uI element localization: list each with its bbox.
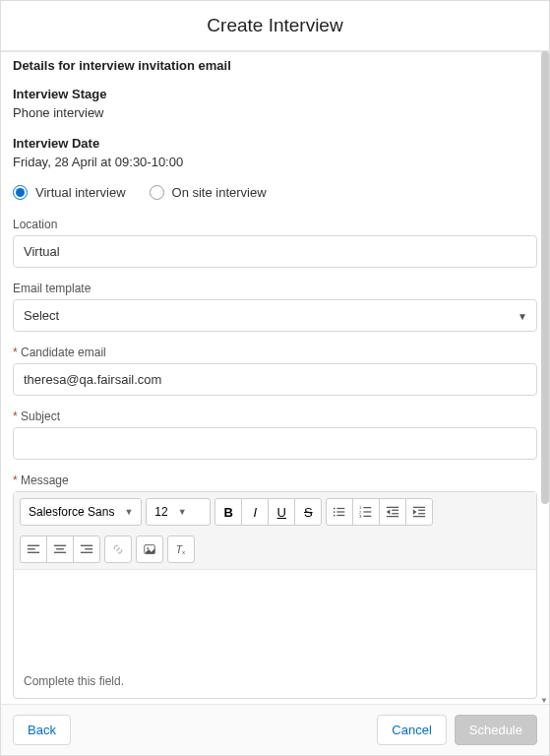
section-title: Details for interview invitation email [13, 58, 537, 73]
svg-rect-23 [28, 548, 35, 549]
svg-text:x: x [182, 548, 185, 555]
interview-type-group: Virtual interview On site interview [13, 185, 537, 200]
svg-rect-19 [418, 510, 425, 511]
radio-onsite[interactable]: On site interview [150, 185, 267, 200]
number-list-button[interactable]: 123 [352, 498, 380, 526]
svg-rect-27 [54, 552, 66, 553]
svg-rect-26 [56, 548, 64, 549]
svg-rect-29 [85, 548, 92, 549]
link-button[interactable] [104, 536, 132, 563]
svg-rect-11 [364, 516, 372, 517]
modal-content: Details for interview invitation email I… [1, 52, 549, 704]
svg-rect-15 [392, 513, 398, 514]
svg-rect-14 [392, 510, 398, 511]
date-label: Interview Date [13, 136, 537, 151]
svg-rect-21 [413, 516, 425, 517]
svg-point-32 [147, 547, 149, 549]
italic-button[interactable]: I [241, 498, 269, 526]
message-label: Message [13, 473, 537, 487]
date-value: Friday, 28 April at 09:30-10:00 [13, 155, 537, 169]
modal-footer: Back Cancel Schedule [1, 704, 549, 755]
modal-header: Create Interview [1, 1, 549, 52]
align-right-button[interactable] [73, 536, 100, 563]
svg-text:3: 3 [359, 514, 362, 519]
font-value: Salesforce Sans [29, 505, 114, 519]
svg-rect-16 [387, 516, 398, 517]
svg-rect-7 [364, 507, 372, 508]
outdent-button[interactable] [379, 498, 406, 526]
svg-rect-12 [387, 507, 398, 508]
subject-input[interactable] [13, 427, 537, 460]
clear-format-button[interactable]: Tx [167, 536, 195, 563]
strike-button[interactable]: S [294, 498, 322, 526]
radio-virtual-icon[interactable] [13, 185, 28, 200]
svg-point-2 [334, 511, 336, 513]
size-select[interactable]: 12 ▼ [146, 498, 211, 526]
bold-button[interactable]: B [214, 498, 242, 526]
svg-rect-17 [413, 507, 425, 508]
candidate-email-label: Candidate email [13, 346, 537, 359]
back-button[interactable]: Back [13, 715, 71, 745]
align-left-button[interactable] [20, 536, 47, 563]
svg-rect-25 [54, 545, 66, 546]
svg-rect-20 [418, 513, 425, 514]
template-select[interactable]: Select [13, 299, 537, 332]
scrollbar-thumb[interactable] [541, 51, 549, 504]
svg-marker-13 [387, 509, 391, 514]
scroll-down-icon[interactable]: ▼ [540, 696, 548, 705]
cancel-button[interactable]: Cancel [377, 715, 446, 745]
svg-rect-9 [364, 511, 372, 512]
template-label: Email template [13, 282, 537, 295]
create-interview-modal: Create Interview Details for interview i… [0, 0, 550, 756]
radio-onsite-icon[interactable] [150, 185, 164, 200]
font-select[interactable]: Salesforce Sans ▼ [20, 498, 142, 526]
candidate-email-input[interactable] [13, 363, 537, 396]
svg-rect-1 [337, 508, 345, 509]
underline-button[interactable]: U [268, 498, 295, 526]
message-validation: Complete this field. [14, 668, 536, 698]
size-value: 12 [154, 505, 167, 519]
radio-virtual-label: Virtual interview [35, 185, 126, 200]
radio-virtual[interactable]: Virtual interview [13, 185, 126, 200]
svg-rect-30 [81, 552, 92, 553]
stage-label: Interview Stage [13, 87, 537, 101]
message-textarea[interactable] [14, 570, 536, 668]
svg-point-0 [334, 508, 336, 510]
svg-rect-24 [28, 552, 39, 553]
modal-title: Create Interview [1, 15, 549, 36]
location-input[interactable] [13, 235, 537, 268]
svg-point-4 [334, 515, 336, 517]
template-selected: Select [24, 308, 59, 323]
indent-button[interactable] [405, 498, 433, 526]
svg-rect-28 [81, 545, 92, 546]
radio-onsite-label: On site interview [172, 185, 267, 200]
subject-label: Subject [13, 410, 537, 423]
location-label: Location [13, 218, 537, 231]
svg-marker-18 [413, 509, 417, 514]
bullet-list-button[interactable] [326, 498, 353, 526]
align-center-button[interactable] [46, 536, 74, 563]
image-button[interactable] [136, 536, 163, 563]
svg-rect-22 [28, 545, 39, 546]
editor-toolbar: Salesforce Sans ▼ 12 ▼ B I U S [14, 492, 536, 570]
stage-value: Phone interview [13, 105, 537, 120]
message-editor: Salesforce Sans ▼ 12 ▼ B I U S [13, 491, 537, 699]
schedule-button[interactable]: Schedule [455, 715, 537, 745]
chevron-down-icon: ▼ [178, 507, 187, 517]
svg-rect-5 [337, 515, 345, 516]
chevron-down-icon: ▼ [124, 507, 133, 517]
svg-rect-3 [337, 511, 345, 512]
